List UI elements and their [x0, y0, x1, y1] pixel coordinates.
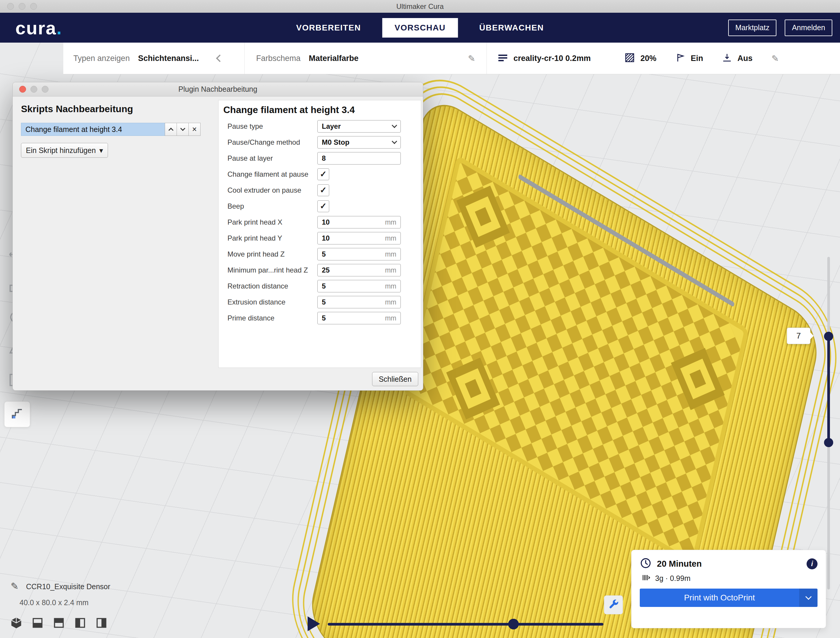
dropdown-arrow-icon: ▾	[99, 146, 103, 155]
field-label: Pause/Change method	[219, 138, 317, 146]
layer-slider-range[interactable]	[827, 336, 830, 443]
field-label: Cool extruder on pause	[219, 186, 317, 195]
color-scheme-label: Farbschema	[256, 54, 300, 63]
field-label: Beep	[219, 202, 317, 211]
checkmark-icon: ✓	[320, 170, 327, 179]
window-title: Ultimaker Cura	[0, 0, 840, 13]
tab-ueberwachen[interactable]: ÜBERWACHEN	[467, 18, 556, 38]
view-3d-icon[interactable]	[9, 616, 23, 630]
info-icon[interactable]: i	[807, 559, 818, 569]
cool-extruder-checkbox[interactable]: ✓	[317, 184, 329, 196]
park-head-y-input[interactable]: 10 mm	[317, 232, 401, 244]
beep-checkbox[interactable]: ✓	[317, 200, 329, 212]
infill-value[interactable]: 20%	[640, 54, 656, 63]
remove-script-button[interactable]: ×	[188, 123, 201, 136]
toolbar-divider	[244, 43, 245, 74]
printer-profile[interactable]: creality-cr-10 0.2mm	[513, 54, 591, 63]
script-settings-card: Change filament at height 3.4 Pause type…	[218, 100, 421, 368]
stage-tabs: VORBEREITEN VORSCHAU ÜBERWACHEN	[284, 13, 556, 43]
field-row: Park print head X 10 mm	[219, 214, 421, 230]
wrench-icon	[608, 598, 619, 611]
field-label: Pause type	[219, 122, 317, 130]
scripts-panel: Skripts Nachbearbeitung Change filament …	[21, 104, 210, 158]
view-left-icon[interactable]	[73, 616, 87, 630]
simulation-slider-track[interactable]	[328, 623, 603, 625]
extrusion-distance-input[interactable]: 5 mm	[317, 296, 401, 308]
clock-icon	[640, 557, 652, 570]
field-label: Move print head Z	[219, 250, 317, 258]
field-label: Prime distance	[219, 314, 317, 322]
view-top-icon[interactable]	[52, 616, 66, 630]
pencil-icon[interactable]: ✎	[468, 53, 475, 63]
pause-at-layer-input[interactable]: 8	[317, 152, 401, 165]
marketplace-button[interactable]: Marktplatz	[728, 19, 777, 36]
print-octoprint-button[interactable]: Print with OctoPrint	[640, 589, 818, 607]
layer-slider-handle-bottom[interactable]	[824, 438, 833, 447]
pause-method-select[interactable]: M0 Stop	[317, 136, 401, 149]
add-script-button[interactable]: Ein Skript hinzufügen ▾	[21, 143, 108, 158]
window-minimize-button[interactable]	[19, 3, 25, 10]
checkmark-icon: ✓	[320, 186, 327, 195]
script-row: Change filament at height 3.4 ×	[21, 123, 210, 136]
chevron-left-icon[interactable]	[216, 54, 223, 62]
dialog-close-button[interactable]	[19, 86, 26, 93]
dialog-minimize-button[interactable]	[30, 86, 37, 93]
view-type-value[interactable]: Schichtenansi...	[138, 54, 199, 63]
window-zoom-button[interactable]	[30, 3, 37, 10]
view-right-icon[interactable]	[95, 616, 108, 630]
layer-tool-button[interactable]	[4, 401, 30, 427]
dialog-zoom-button[interactable]	[42, 86, 49, 93]
print-button-label: Print with OctoPrint	[640, 593, 799, 603]
print-panel: 20 Minuten i 3g · 0.99m Print with OctoP…	[631, 550, 826, 628]
move-script-up-button[interactable]	[165, 123, 177, 136]
dialog-titlebar[interactable]: Plugin Nachbearbeitung	[13, 82, 423, 97]
prime-distance-input[interactable]: 5 mm	[317, 312, 401, 325]
support-icon	[675, 53, 685, 64]
close-icon: ×	[192, 125, 197, 134]
field-row: Cool extruder on pause ✓	[219, 182, 421, 198]
minimum-head-z-input[interactable]: 25 mm	[317, 264, 401, 276]
close-dialog-button[interactable]: Schließen	[372, 372, 418, 386]
window-close-button[interactable]	[7, 3, 14, 10]
print-options-dropdown[interactable]	[799, 589, 818, 607]
window-titlebar: Ultimaker Cura	[0, 0, 840, 13]
pause-type-select[interactable]: Layer	[317, 120, 401, 133]
printer-icon	[497, 53, 508, 63]
park-head-x-input[interactable]: 10 mm	[317, 216, 401, 228]
post-processing-dialog: Plugin Nachbearbeitung Skripts Nachbearb…	[13, 82, 423, 391]
retraction-distance-input[interactable]: 5 mm	[317, 280, 401, 292]
model-name: CCR10_Exquisite Densor	[26, 583, 111, 591]
tab-vorbereiten[interactable]: VORBEREITEN	[284, 18, 373, 38]
material-estimate: 3g · 0.99m	[655, 574, 691, 583]
pencil-icon[interactable]: ✎	[11, 581, 19, 592]
tab-vorschau[interactable]: VORSCHAU	[382, 18, 458, 38]
view-front-icon[interactable]	[31, 616, 44, 630]
chevron-down-icon	[392, 122, 397, 128]
simulation-slider-handle[interactable]	[508, 619, 519, 629]
view-type-label: Typen anzeigen	[73, 54, 130, 63]
field-label: Retraction distance	[219, 282, 317, 290]
view-type-group: Typen anzeigen Schichtenansi...	[73, 43, 223, 74]
move-script-down-button[interactable]	[177, 123, 189, 136]
script-list-item[interactable]: Change filament at height 3.4	[21, 123, 165, 136]
pencil-icon[interactable]: ✎	[771, 53, 779, 63]
support-value[interactable]: Ein	[691, 54, 703, 63]
color-scheme-value[interactable]: Materialfarbe	[309, 54, 358, 63]
chevron-down-icon	[805, 594, 811, 600]
field-row: Prime distance 5 mm	[219, 310, 421, 326]
layer-value: 7	[796, 331, 801, 340]
chevron-down-icon	[392, 138, 397, 144]
layer-slider-handle-top[interactable]	[824, 332, 833, 341]
field-label: Pause at layer	[219, 154, 317, 163]
field-label: Extrusion distance	[219, 298, 317, 306]
adhesion-value[interactable]: Aus	[737, 54, 752, 63]
view-toolbar: Typen anzeigen Schichtenansi... Farbsche…	[63, 43, 840, 74]
play-button[interactable]	[308, 616, 320, 631]
move-head-z-input[interactable]: 5 mm	[317, 248, 401, 260]
change-filament-checkbox[interactable]: ✓	[317, 168, 329, 180]
field-label: Minimum par...rint head Z	[219, 266, 317, 274]
adjust-button[interactable]	[604, 595, 623, 614]
signin-button[interactable]: Anmelden	[785, 19, 832, 36]
field-row: Move print head Z 5 mm	[219, 246, 421, 262]
field-row: Pause at layer 8	[219, 150, 421, 166]
